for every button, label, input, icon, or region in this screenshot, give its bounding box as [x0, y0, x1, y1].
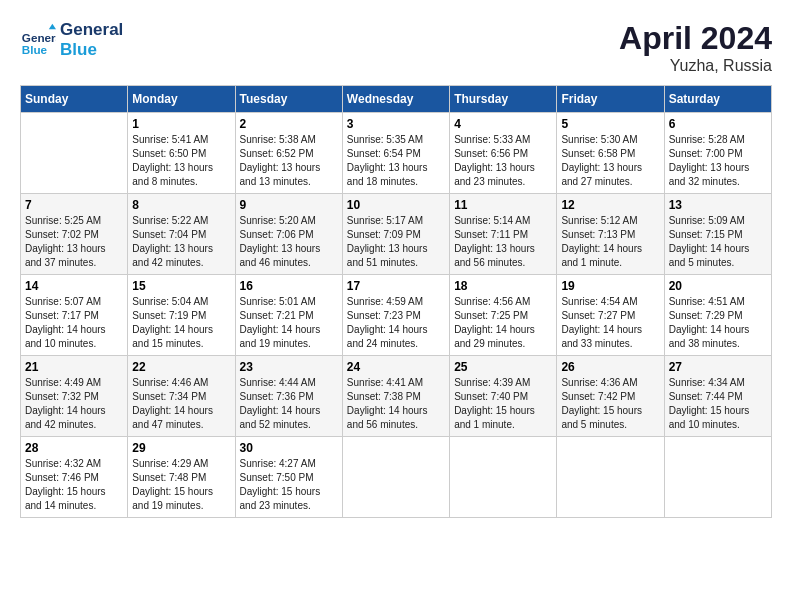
- day-number: 17: [347, 279, 445, 293]
- calendar-cell: 2Sunrise: 5:38 AMSunset: 6:52 PMDaylight…: [235, 113, 342, 194]
- calendar-cell: [342, 437, 449, 518]
- weekday-header: Sunday: [21, 86, 128, 113]
- calendar-cell: 26Sunrise: 4:36 AMSunset: 7:42 PMDayligh…: [557, 356, 664, 437]
- day-number: 22: [132, 360, 230, 374]
- calendar-cell: 1Sunrise: 5:41 AMSunset: 6:50 PMDaylight…: [128, 113, 235, 194]
- cell-content: Sunrise: 5:04 AMSunset: 7:19 PMDaylight:…: [132, 295, 230, 351]
- day-number: 16: [240, 279, 338, 293]
- day-number: 18: [454, 279, 552, 293]
- cell-content: Sunrise: 4:39 AMSunset: 7:40 PMDaylight:…: [454, 376, 552, 432]
- calendar-cell: 10Sunrise: 5:17 AMSunset: 7:09 PMDayligh…: [342, 194, 449, 275]
- calendar-cell: [664, 437, 771, 518]
- day-number: 30: [240, 441, 338, 455]
- day-number: 19: [561, 279, 659, 293]
- logo: General Blue General Blue: [20, 20, 123, 61]
- weekday-header: Thursday: [450, 86, 557, 113]
- cell-content: Sunrise: 4:44 AMSunset: 7:36 PMDaylight:…: [240, 376, 338, 432]
- location-subtitle: Yuzha, Russia: [619, 57, 772, 75]
- cell-content: Sunrise: 4:49 AMSunset: 7:32 PMDaylight:…: [25, 376, 123, 432]
- logo-text-blue: Blue: [60, 40, 123, 60]
- day-number: 6: [669, 117, 767, 131]
- logo-text-general: General: [60, 20, 123, 40]
- day-number: 5: [561, 117, 659, 131]
- cell-content: Sunrise: 5:30 AMSunset: 6:58 PMDaylight:…: [561, 133, 659, 189]
- day-number: 23: [240, 360, 338, 374]
- day-number: 21: [25, 360, 123, 374]
- cell-content: Sunrise: 5:20 AMSunset: 7:06 PMDaylight:…: [240, 214, 338, 270]
- weekday-header: Friday: [557, 86, 664, 113]
- calendar-cell: 12Sunrise: 5:12 AMSunset: 7:13 PMDayligh…: [557, 194, 664, 275]
- weekday-header: Wednesday: [342, 86, 449, 113]
- day-number: 27: [669, 360, 767, 374]
- cell-content: Sunrise: 5:35 AMSunset: 6:54 PMDaylight:…: [347, 133, 445, 189]
- calendar-cell: 30Sunrise: 4:27 AMSunset: 7:50 PMDayligh…: [235, 437, 342, 518]
- calendar-cell: 11Sunrise: 5:14 AMSunset: 7:11 PMDayligh…: [450, 194, 557, 275]
- calendar-cell: 22Sunrise: 4:46 AMSunset: 7:34 PMDayligh…: [128, 356, 235, 437]
- title-block: April 2024 Yuzha, Russia: [619, 20, 772, 75]
- day-number: 4: [454, 117, 552, 131]
- cell-content: Sunrise: 5:14 AMSunset: 7:11 PMDaylight:…: [454, 214, 552, 270]
- weekday-header: Monday: [128, 86, 235, 113]
- calendar-cell: 17Sunrise: 4:59 AMSunset: 7:23 PMDayligh…: [342, 275, 449, 356]
- calendar-cell: 24Sunrise: 4:41 AMSunset: 7:38 PMDayligh…: [342, 356, 449, 437]
- day-number: 25: [454, 360, 552, 374]
- cell-content: Sunrise: 4:41 AMSunset: 7:38 PMDaylight:…: [347, 376, 445, 432]
- calendar-cell: [557, 437, 664, 518]
- cell-content: Sunrise: 4:29 AMSunset: 7:48 PMDaylight:…: [132, 457, 230, 513]
- day-number: 14: [25, 279, 123, 293]
- page-header: General Blue General Blue April 2024 Yuz…: [20, 20, 772, 75]
- svg-marker-2: [49, 24, 56, 29]
- calendar-cell: [450, 437, 557, 518]
- day-number: 11: [454, 198, 552, 212]
- day-number: 13: [669, 198, 767, 212]
- calendar-cell: 25Sunrise: 4:39 AMSunset: 7:40 PMDayligh…: [450, 356, 557, 437]
- day-number: 1: [132, 117, 230, 131]
- calendar-cell: 13Sunrise: 5:09 AMSunset: 7:15 PMDayligh…: [664, 194, 771, 275]
- calendar-cell: 9Sunrise: 5:20 AMSunset: 7:06 PMDaylight…: [235, 194, 342, 275]
- cell-content: Sunrise: 4:51 AMSunset: 7:29 PMDaylight:…: [669, 295, 767, 351]
- svg-text:Blue: Blue: [22, 44, 48, 57]
- calendar-cell: 27Sunrise: 4:34 AMSunset: 7:44 PMDayligh…: [664, 356, 771, 437]
- day-number: 15: [132, 279, 230, 293]
- cell-content: Sunrise: 5:17 AMSunset: 7:09 PMDaylight:…: [347, 214, 445, 270]
- calendar-table: SundayMondayTuesdayWednesdayThursdayFrid…: [20, 85, 772, 518]
- cell-content: Sunrise: 5:28 AMSunset: 7:00 PMDaylight:…: [669, 133, 767, 189]
- cell-content: Sunrise: 4:27 AMSunset: 7:50 PMDaylight:…: [240, 457, 338, 513]
- day-number: 10: [347, 198, 445, 212]
- calendar-cell: 8Sunrise: 5:22 AMSunset: 7:04 PMDaylight…: [128, 194, 235, 275]
- calendar-cell: 16Sunrise: 5:01 AMSunset: 7:21 PMDayligh…: [235, 275, 342, 356]
- weekday-header: Saturday: [664, 86, 771, 113]
- cell-content: Sunrise: 5:33 AMSunset: 6:56 PMDaylight:…: [454, 133, 552, 189]
- calendar-cell: [21, 113, 128, 194]
- cell-content: Sunrise: 5:22 AMSunset: 7:04 PMDaylight:…: [132, 214, 230, 270]
- cell-content: Sunrise: 5:25 AMSunset: 7:02 PMDaylight:…: [25, 214, 123, 270]
- cell-content: Sunrise: 5:09 AMSunset: 7:15 PMDaylight:…: [669, 214, 767, 270]
- day-number: 20: [669, 279, 767, 293]
- calendar-cell: 21Sunrise: 4:49 AMSunset: 7:32 PMDayligh…: [21, 356, 128, 437]
- cell-content: Sunrise: 4:59 AMSunset: 7:23 PMDaylight:…: [347, 295, 445, 351]
- cell-content: Sunrise: 5:38 AMSunset: 6:52 PMDaylight:…: [240, 133, 338, 189]
- svg-text:General: General: [22, 31, 56, 44]
- day-number: 24: [347, 360, 445, 374]
- calendar-cell: 15Sunrise: 5:04 AMSunset: 7:19 PMDayligh…: [128, 275, 235, 356]
- calendar-cell: 7Sunrise: 5:25 AMSunset: 7:02 PMDaylight…: [21, 194, 128, 275]
- cell-content: Sunrise: 4:46 AMSunset: 7:34 PMDaylight:…: [132, 376, 230, 432]
- cell-content: Sunrise: 4:32 AMSunset: 7:46 PMDaylight:…: [25, 457, 123, 513]
- day-number: 29: [132, 441, 230, 455]
- calendar-cell: 4Sunrise: 5:33 AMSunset: 6:56 PMDaylight…: [450, 113, 557, 194]
- weekday-header: Tuesday: [235, 86, 342, 113]
- day-number: 26: [561, 360, 659, 374]
- calendar-cell: 5Sunrise: 5:30 AMSunset: 6:58 PMDaylight…: [557, 113, 664, 194]
- day-number: 9: [240, 198, 338, 212]
- day-number: 7: [25, 198, 123, 212]
- logo-icon: General Blue: [20, 22, 56, 58]
- day-number: 3: [347, 117, 445, 131]
- calendar-cell: 3Sunrise: 5:35 AMSunset: 6:54 PMDaylight…: [342, 113, 449, 194]
- calendar-cell: 19Sunrise: 4:54 AMSunset: 7:27 PMDayligh…: [557, 275, 664, 356]
- day-number: 2: [240, 117, 338, 131]
- cell-content: Sunrise: 5:12 AMSunset: 7:13 PMDaylight:…: [561, 214, 659, 270]
- cell-content: Sunrise: 4:36 AMSunset: 7:42 PMDaylight:…: [561, 376, 659, 432]
- day-number: 12: [561, 198, 659, 212]
- cell-content: Sunrise: 5:01 AMSunset: 7:21 PMDaylight:…: [240, 295, 338, 351]
- cell-content: Sunrise: 4:56 AMSunset: 7:25 PMDaylight:…: [454, 295, 552, 351]
